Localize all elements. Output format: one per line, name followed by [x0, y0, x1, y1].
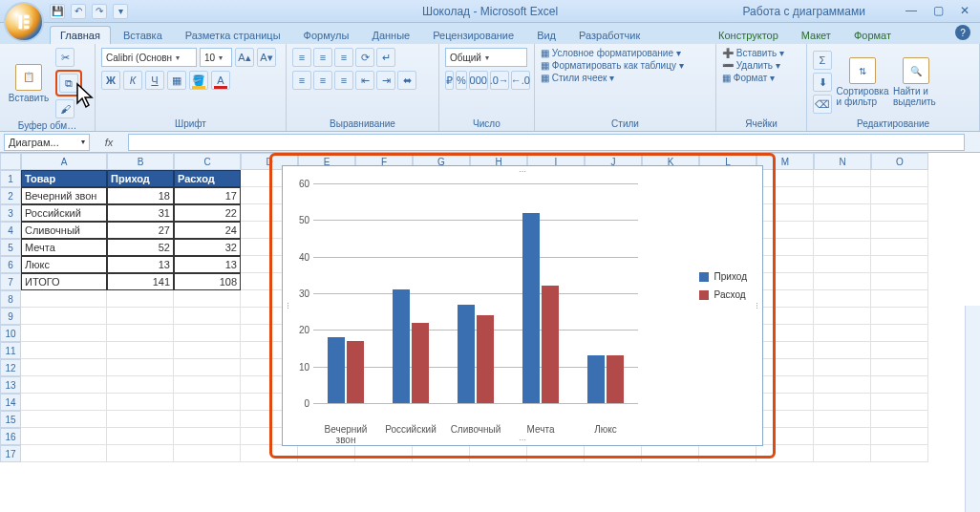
col-header[interactable]: B — [107, 153, 174, 170]
cell[interactable] — [871, 239, 928, 256]
cell[interactable] — [814, 273, 871, 290]
cell[interactable] — [107, 445, 174, 462]
cell[interactable] — [174, 308, 241, 325]
cell[interactable]: ИТОГО — [21, 273, 107, 290]
find-select-button[interactable]: 🔍Найти и выделить — [893, 48, 939, 117]
align-middle-icon[interactable]: ≡ — [313, 48, 332, 67]
cell[interactable] — [174, 445, 241, 462]
cell[interactable]: 108 — [174, 273, 241, 290]
cut-icon[interactable]: ✂ — [55, 48, 75, 67]
formula-input[interactable] — [128, 134, 965, 151]
cell[interactable]: Товар — [21, 170, 107, 187]
cell[interactable] — [871, 187, 928, 204]
save-icon[interactable]: 💾 — [50, 4, 65, 19]
fx-icon[interactable]: fx — [90, 137, 128, 148]
cell[interactable]: 13 — [107, 256, 174, 273]
cell[interactable]: 141 — [107, 273, 174, 290]
indent-inc-icon[interactable]: ⇥ — [376, 71, 395, 90]
cell[interactable] — [174, 290, 241, 308]
cell[interactable]: Люкс — [21, 256, 107, 273]
row-header[interactable]: 17 — [0, 445, 21, 462]
cell[interactable] — [814, 428, 871, 445]
minimize-button[interactable]: — — [902, 4, 921, 17]
fill-color-icon[interactable]: 🪣 — [189, 71, 208, 90]
cell[interactable]: Приход — [107, 170, 174, 187]
cell[interactable] — [871, 325, 928, 342]
cell[interactable]: 18 — [107, 187, 174, 204]
tab-pagelayout[interactable]: Разметка страницы — [175, 26, 291, 44]
cell[interactable] — [174, 411, 241, 428]
row-header[interactable]: 12 — [0, 359, 21, 376]
cond-format-button[interactable]: ▦ Условное форматирование ▾ — [541, 48, 710, 58]
cell[interactable] — [21, 308, 107, 325]
insert-cells-button[interactable]: ➕ Вставить ▾ — [722, 48, 800, 58]
cell[interactable]: Мечта — [21, 239, 107, 256]
border-icon[interactable]: ▦ — [167, 71, 186, 90]
col-header[interactable]: A — [21, 153, 107, 170]
tab-chart-design[interactable]: Конструктор — [708, 26, 789, 44]
vertical-scrollbar[interactable] — [965, 306, 980, 512]
chart-bar[interactable] — [412, 323, 429, 403]
comma-icon[interactable]: 000 — [469, 71, 488, 90]
cell[interactable] — [21, 325, 107, 342]
chart-bar[interactable] — [393, 289, 410, 403]
cell[interactable] — [814, 222, 871, 239]
cell[interactable] — [174, 359, 241, 376]
shrink-font-icon[interactable]: A▾ — [257, 48, 276, 67]
chart-legend[interactable]: Приход Расход — [699, 271, 747, 308]
cell[interactable] — [107, 308, 174, 325]
row-header[interactable]: 9 — [0, 308, 21, 325]
chart-bar[interactable] — [477, 315, 494, 403]
cell[interactable] — [814, 308, 871, 325]
align-right-icon[interactable]: ≡ — [334, 71, 353, 90]
cell[interactable] — [174, 394, 241, 411]
cell[interactable] — [107, 428, 174, 445]
cell[interactable] — [814, 256, 871, 273]
cell[interactable]: 17 — [174, 187, 241, 204]
cell[interactable]: 13 — [174, 256, 241, 273]
col-header[interactable]: O — [871, 153, 928, 170]
cell[interactable] — [21, 376, 107, 394]
cell[interactable]: Расход — [174, 170, 241, 187]
cell[interactable] — [871, 273, 928, 290]
cell[interactable] — [871, 222, 928, 239]
cell[interactable] — [814, 170, 871, 187]
row-header[interactable]: 6 — [0, 256, 21, 273]
paste-button[interactable]: 📋 Вставить — [6, 48, 52, 118]
cell[interactable] — [174, 428, 241, 445]
cell[interactable] — [174, 342, 241, 359]
cell-styles-button[interactable]: ▦ Стили ячеек ▾ — [541, 73, 710, 83]
chart-bar[interactable] — [522, 213, 540, 403]
format-as-table-button[interactable]: ▦ Форматировать как таблицу ▾ — [541, 60, 710, 71]
cell[interactable] — [107, 290, 174, 308]
align-bottom-icon[interactable]: ≡ — [334, 48, 353, 67]
cell[interactable] — [21, 428, 107, 445]
font-name-combo[interactable]: Calibri (Основн▾ — [101, 48, 197, 67]
copy-icon[interactable]: ⧉ — [59, 74, 78, 93]
cell[interactable]: 22 — [174, 204, 241, 222]
cell[interactable] — [21, 342, 107, 359]
cell[interactable] — [871, 428, 928, 445]
chart-bar[interactable] — [347, 341, 364, 403]
fill-icon[interactable]: ⬇ — [813, 73, 832, 92]
tab-developer[interactable]: Разработчик — [568, 26, 650, 44]
cell[interactable] — [21, 359, 107, 376]
cell[interactable] — [174, 376, 241, 394]
cell[interactable]: 52 — [107, 239, 174, 256]
merge-icon[interactable]: ⬌ — [397, 71, 416, 90]
cell[interactable] — [871, 445, 928, 462]
row-header[interactable]: 2 — [0, 187, 21, 204]
chart-bar[interactable] — [587, 355, 605, 403]
cell[interactable] — [107, 342, 174, 359]
row-header[interactable]: 13 — [0, 376, 21, 394]
cell[interactable]: Сливочный — [21, 222, 107, 239]
tab-data[interactable]: Данные — [361, 26, 420, 44]
format-cells-button[interactable]: ▦ Формат ▾ — [722, 73, 800, 83]
chart-bar[interactable] — [328, 337, 345, 403]
office-button[interactable] — [4, 2, 44, 42]
cell[interactable] — [871, 308, 928, 325]
cell[interactable] — [21, 290, 107, 308]
chart-bar[interactable] — [458, 305, 475, 404]
tab-home[interactable]: Главная — [50, 26, 111, 44]
font-color-icon[interactable]: A — [211, 71, 230, 90]
